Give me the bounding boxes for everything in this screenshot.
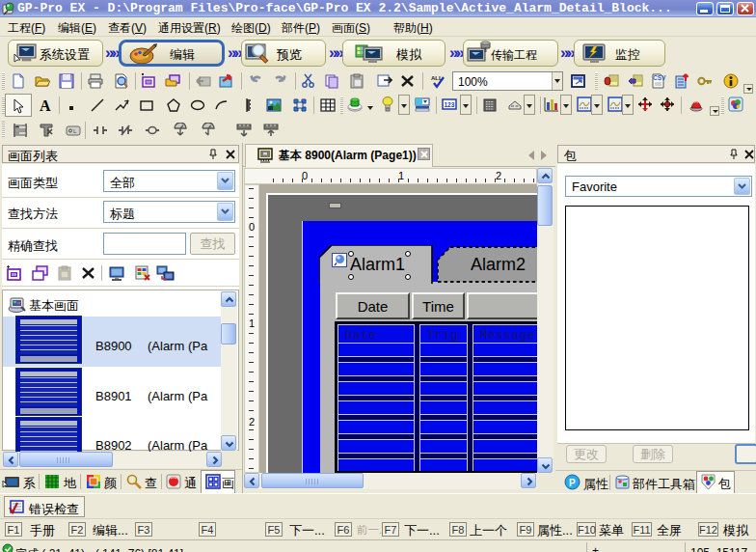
svg-text:P: P — [569, 478, 576, 488]
svg-text:CSV: CSV — [653, 74, 666, 81]
svg-text:A: A — [40, 97, 51, 113]
svg-text:123: 123 — [445, 101, 455, 108]
